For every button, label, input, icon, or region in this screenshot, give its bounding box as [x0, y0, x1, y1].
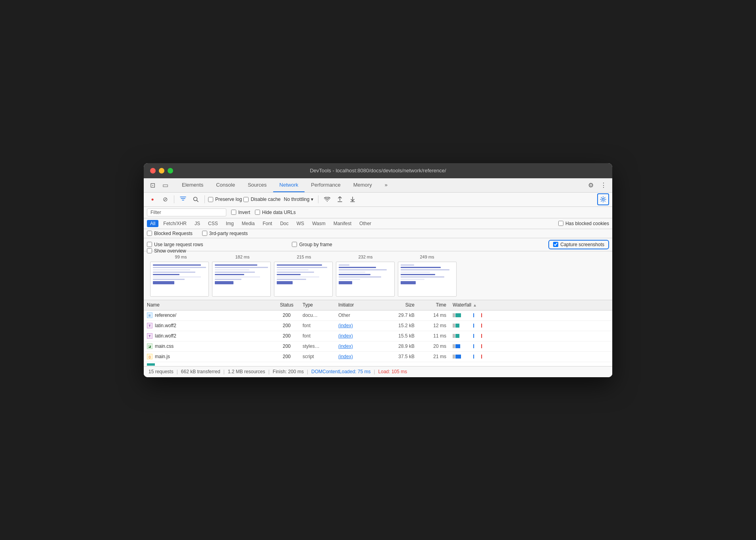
- has-blocked-cookies-checkbox[interactable]: [558, 221, 563, 226]
- row-name-2: T latin.woff2: [144, 333, 271, 339]
- row-initiator-1[interactable]: (index): [338, 323, 382, 328]
- show-overview-label[interactable]: Show overview: [147, 248, 186, 254]
- table-row[interactable]: ◪ main.css 200 styles… (index) 28.9 kB 2…: [144, 341, 612, 352]
- row-initiator-4[interactable]: (index): [338, 354, 382, 359]
- third-party-label[interactable]: 3rd-party requests: [202, 231, 248, 236]
- wifi-icon-button[interactable]: [322, 194, 333, 205]
- filter-type-ws[interactable]: WS: [293, 220, 307, 227]
- group-frame-checkbox[interactable]: [292, 242, 297, 247]
- row-waterfall-4: [449, 355, 612, 359]
- third-party-checkbox[interactable]: [202, 231, 207, 236]
- large-rows-label[interactable]: Use large request rows: [147, 242, 203, 247]
- tab-elements[interactable]: Elements: [176, 178, 210, 192]
- row-initiator-2[interactable]: (index): [338, 333, 382, 339]
- device-toolbar-button[interactable]: ▭: [160, 179, 171, 191]
- filter-type-js[interactable]: JS: [191, 220, 203, 227]
- header-name: Name: [144, 302, 271, 308]
- filter-type-img[interactable]: Img: [223, 220, 237, 227]
- invert-checkbox[interactable]: [231, 210, 236, 215]
- row-size-3: 28.9 kB: [382, 343, 418, 349]
- has-blocked-cookies-text: Has blocked cookies: [565, 221, 609, 226]
- upload-button[interactable]: [334, 194, 345, 205]
- blocked-requests-label[interactable]: Blocked Requests: [147, 231, 193, 236]
- minimize-button[interactable]: [159, 168, 164, 174]
- filter-type-doc[interactable]: Doc: [277, 220, 291, 227]
- filter-input-wrap[interactable]: Filter: [147, 208, 226, 216]
- large-rows-checkbox[interactable]: [147, 242, 152, 247]
- clear-button[interactable]: ⊘: [160, 194, 171, 205]
- table-row-partial: [144, 362, 612, 366]
- tab-memory[interactable]: Memory: [347, 178, 378, 192]
- filter-type-css[interactable]: CSS: [205, 220, 221, 227]
- finish-time: Finish: 200 ms: [273, 369, 304, 374]
- table-row[interactable]: T latin.woff2 200 font (index) 15.5 kB 1…: [144, 331, 612, 341]
- js-icon: {}: [147, 354, 152, 359]
- preserve-log-text: Preserve log: [215, 197, 242, 202]
- maximize-button[interactable]: [168, 168, 173, 174]
- disable-cache-label[interactable]: Disable cache: [243, 197, 280, 202]
- throttle-select[interactable]: No throttling ▾: [282, 196, 315, 203]
- filter-type-media[interactable]: Media: [239, 220, 258, 227]
- row-type-1: font: [303, 323, 338, 328]
- invert-label[interactable]: Invert: [231, 210, 250, 215]
- tab-performance[interactable]: Performance: [305, 178, 347, 192]
- capture-screenshots-label[interactable]: Capture screenshots: [553, 242, 604, 247]
- blocked-requests-checkbox[interactable]: [147, 231, 152, 236]
- filter-type-manifest[interactable]: Manifest: [330, 220, 355, 227]
- filter-input[interactable]: [163, 210, 223, 215]
- filter-type-font[interactable]: Font: [259, 220, 275, 227]
- filter-type-fetch[interactable]: Fetch/XHR: [160, 220, 190, 227]
- invert-text: Invert: [238, 210, 250, 215]
- network-settings-button[interactable]: [597, 193, 609, 205]
- waterfall-blue-line: [473, 334, 474, 338]
- waterfall-sort-icon[interactable]: ▲: [473, 303, 477, 307]
- table-row[interactable]: T latin.woff2 200 font (index) 15.2 kB 1…: [144, 321, 612, 331]
- show-overview-checkbox[interactable]: [147, 248, 152, 253]
- tab-more[interactable]: »: [378, 178, 394, 192]
- has-blocked-cookies-label[interactable]: Has blocked cookies: [558, 221, 609, 226]
- search-button[interactable]: [190, 194, 201, 205]
- titlebar: DevTools - localhost:8080/docs/devtools/…: [144, 163, 612, 178]
- hide-data-urls-label[interactable]: Hide data URLs: [255, 210, 296, 215]
- table-row[interactable]: {} main.js 200 script (index) 37.5 kB 21…: [144, 352, 612, 362]
- preserve-log-label[interactable]: Preserve log: [208, 197, 242, 202]
- capture-screenshots-text: Capture screenshots: [560, 242, 604, 247]
- capture-screenshots-checkbox[interactable]: [553, 242, 558, 247]
- more-menu-button[interactable]: ⋮: [598, 179, 609, 191]
- preserve-log-checkbox[interactable]: [208, 197, 213, 202]
- tab-network[interactable]: Network: [273, 178, 305, 192]
- close-button[interactable]: [150, 168, 156, 174]
- row-size-2: 15.5 kB: [382, 333, 418, 339]
- settings-button[interactable]: ⚙: [585, 179, 596, 191]
- font-icon: T: [147, 323, 152, 328]
- screenshot-3[interactable]: [336, 262, 395, 297]
- filter-button[interactable]: [177, 194, 189, 205]
- row-type-2: font: [303, 333, 338, 339]
- row-size-4: 37.5 kB: [382, 354, 418, 359]
- disable-cache-checkbox[interactable]: [243, 197, 249, 202]
- row-initiator-3[interactable]: (index): [338, 343, 382, 349]
- filter-type-all[interactable]: All: [147, 220, 158, 227]
- tab-sources[interactable]: Sources: [241, 178, 273, 192]
- download-button[interactable]: [347, 194, 358, 205]
- filter-type-wasm[interactable]: Wasm: [309, 220, 329, 227]
- record-button[interactable]: ●: [147, 194, 158, 205]
- screenshot-4[interactable]: [398, 262, 457, 297]
- inspect-element-button[interactable]: ⊡: [147, 179, 158, 191]
- group-frame-label[interactable]: Group by frame: [292, 242, 332, 247]
- table-row[interactable]: ≡ reference/ 200 docu… Other 29.7 kB 14 …: [144, 310, 612, 321]
- table-header: Name Status Type Initiator Size Time Wat…: [144, 300, 612, 310]
- screenshot-1[interactable]: [212, 262, 271, 297]
- tab-console[interactable]: Console: [210, 178, 241, 192]
- row-waterfall-0: [449, 313, 612, 317]
- screenshot-0[interactable]: [150, 262, 209, 297]
- row-time-2: 11 ms: [418, 333, 449, 339]
- hide-data-urls-checkbox[interactable]: [255, 210, 260, 215]
- header-waterfall: Waterfall ▲: [449, 302, 612, 308]
- screenshot-2[interactable]: [274, 262, 333, 297]
- filter-type-other[interactable]: Other: [356, 220, 374, 227]
- row-name-3: ◪ main.css: [144, 343, 271, 349]
- requests-count: 15 requests: [148, 369, 174, 374]
- timestamp-4: 249 ms: [396, 255, 458, 259]
- waterfall-blue-line: [473, 313, 474, 317]
